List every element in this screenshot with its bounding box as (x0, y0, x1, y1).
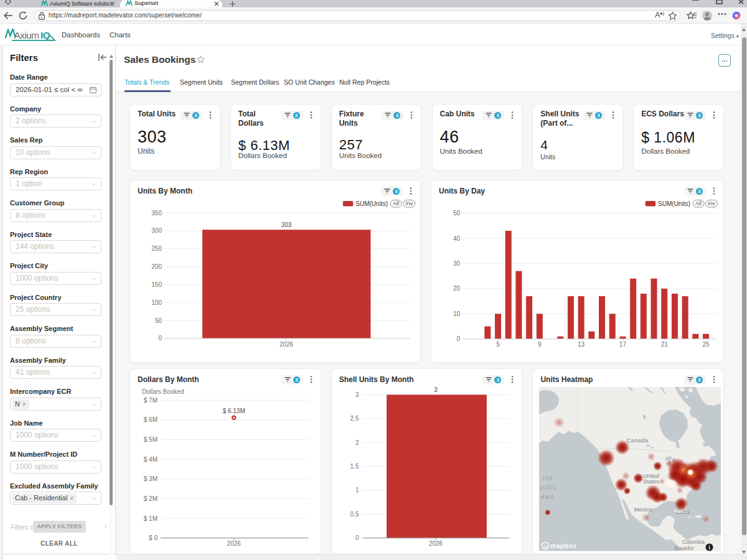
svg-text:0: 0 (456, 335, 460, 342)
svg-text:All: All (393, 200, 399, 207)
svg-text:3: 3 (355, 391, 359, 398)
svg-text:Colombia: Colombia (682, 539, 705, 545)
svg-text:All: All (695, 200, 702, 207)
svg-text:1: 1 (355, 487, 359, 493)
svg-text:2026: 2026 (429, 540, 443, 547)
svg-text:$ 5M: $ 5M (144, 436, 157, 443)
svg-text:$ 6.13M: $ 6.13M (223, 408, 245, 414)
svg-text:cific: cific (540, 484, 557, 491)
svg-text:40: 40 (453, 235, 461, 242)
svg-text:ean: ean (541, 493, 555, 500)
svg-text:1.5: 1.5 (350, 463, 359, 470)
svg-text:9: 9 (538, 341, 542, 348)
svg-text:$ 4M: $ 4M (144, 456, 157, 463)
svg-text:mapbox: mapbox (550, 542, 576, 549)
svg-text:5: 5 (496, 341, 500, 348)
svg-text:$ 2M: $ 2M (144, 495, 157, 502)
svg-text:0.5: 0.5 (350, 511, 359, 518)
svg-text:50: 50 (155, 317, 162, 324)
svg-text:13: 13 (578, 341, 585, 348)
svg-text:2026: 2026 (280, 341, 294, 348)
svg-text:21: 21 (661, 341, 669, 348)
svg-text:SUM(Units): SUM(Units) (658, 200, 690, 207)
svg-text:States: States (643, 478, 659, 485)
svg-text:300: 300 (151, 227, 162, 234)
svg-text:50: 50 (453, 210, 461, 217)
svg-text:Dollars Booked: Dollars Booked (142, 388, 184, 395)
svg-text:Axium: Axium (14, 30, 39, 40)
svg-text:IQ: IQ (40, 30, 50, 40)
svg-text:Canada: Canada (626, 437, 648, 444)
svg-text:150: 150 (151, 281, 162, 288)
svg-text:100: 100 (151, 299, 162, 306)
svg-text:200: 200 (151, 263, 162, 270)
svg-text:17: 17 (619, 341, 627, 348)
svg-text:Inv: Inv (405, 200, 413, 207)
svg-text:303: 303 (281, 222, 292, 228)
svg-text:20: 20 (453, 285, 461, 292)
svg-text:m: m (543, 544, 548, 549)
svg-text:Cuba: Cuba (676, 509, 689, 515)
svg-text:2: 2 (355, 439, 359, 446)
svg-text:$ 0: $ 0 (149, 534, 157, 541)
svg-text:i: i (708, 544, 710, 551)
svg-text:30: 30 (453, 260, 461, 267)
svg-text:25: 25 (702, 341, 710, 348)
svg-text:3: 3 (434, 386, 438, 393)
svg-text:Ecuador: Ecuador (674, 545, 694, 551)
svg-text:10: 10 (453, 310, 461, 317)
svg-text:Mexico: Mexico (634, 506, 652, 513)
svg-text:2026: 2026 (227, 540, 242, 547)
svg-text:Inv: Inv (708, 200, 716, 207)
svg-text:0: 0 (355, 534, 359, 541)
svg-text:250: 250 (151, 245, 162, 252)
svg-text:$ 3M: $ 3M (144, 475, 157, 482)
svg-text:$ 6M: $ 6M (144, 416, 157, 423)
svg-text:$ 7M: $ 7M (144, 397, 157, 404)
svg-text:$ 1M: $ 1M (144, 515, 157, 522)
svg-text:350: 350 (151, 210, 162, 217)
svg-text:rth: rth (543, 475, 554, 482)
svg-text:2.5: 2.5 (350, 415, 359, 422)
svg-text:0: 0 (158, 335, 162, 342)
svg-text:SUM(Units): SUM(Units) (355, 200, 388, 207)
